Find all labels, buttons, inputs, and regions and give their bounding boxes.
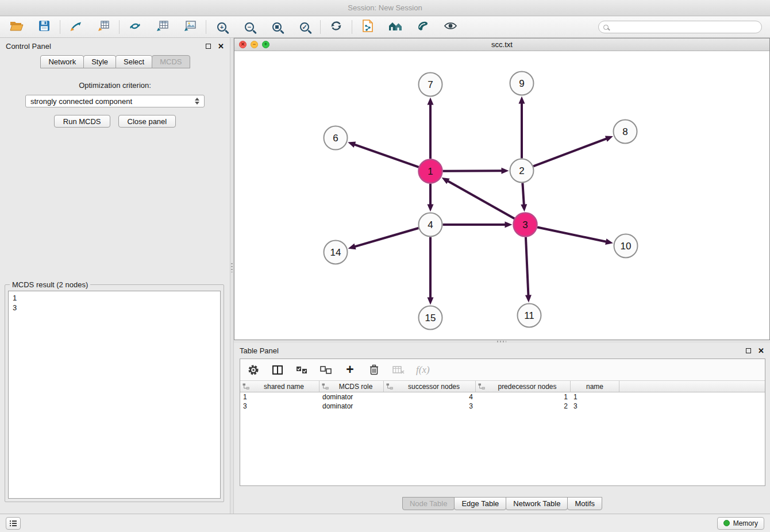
graph-edge-1-6[interactable]	[354, 144, 419, 167]
unselect-all-columns-button[interactable]	[319, 366, 332, 374]
application-window: Session: New Session	[0, 0, 770, 532]
graph-edge-3-1[interactable]	[447, 180, 514, 218]
tab-node-table[interactable]: Node Table	[402, 497, 455, 510]
import-network-button[interactable]	[67, 19, 84, 35]
graph-node-14[interactable]: 14	[324, 241, 348, 264]
search-input[interactable]	[612, 23, 757, 32]
new-network-button[interactable]	[126, 19, 144, 35]
network-graph[interactable]: 7968124314101511	[234, 51, 769, 340]
home-databases-button[interactable]	[387, 19, 404, 35]
cell-mcds-role[interactable]: dominator	[319, 392, 384, 402]
column-header-mcds-role[interactable]: MCDS role	[319, 381, 384, 392]
criterion-dropdown[interactable]: strongly connected component	[25, 95, 205, 107]
network-from-file-button[interactable]	[359, 19, 376, 35]
graph-node-9[interactable]: 9	[510, 72, 534, 95]
show-graphics-button[interactable]	[442, 19, 459, 35]
column-header-predecessor-nodes[interactable]: predecessor nodes	[476, 381, 571, 392]
run-mcds-button[interactable]: Run MCDS	[54, 115, 110, 128]
close-panel-button[interactable]: Close panel	[118, 115, 176, 128]
graph-node-8[interactable]: 8	[614, 120, 637, 144]
show-columns-button[interactable]	[271, 365, 284, 375]
vertical-splitter[interactable]	[230, 38, 234, 514]
network-canvas[interactable]: 7968124314101511	[234, 51, 769, 340]
tab-edge-table[interactable]: Edge Table	[454, 497, 506, 510]
export-image-button[interactable]	[182, 19, 199, 35]
cell-mcds-role[interactable]: dominator	[319, 402, 384, 411]
graph-arrowhead	[521, 204, 527, 211]
graph-node-6[interactable]: 6	[324, 126, 348, 150]
status-bar: Memory	[0, 514, 770, 532]
table-settings-button[interactable]	[247, 364, 260, 376]
close-table-panel-icon[interactable]: ✕	[758, 346, 764, 355]
zoom-out-button[interactable]: −	[241, 19, 258, 35]
zoom-fit-button[interactable]	[268, 19, 286, 35]
zoom-in-button[interactable]: +	[213, 19, 230, 35]
maximize-window-icon[interactable]: +	[262, 41, 270, 48]
tab-select[interactable]: Select	[116, 55, 152, 68]
cell-name[interactable]: 3	[571, 402, 619, 411]
node-table: + f(x) shared name MCDS role	[240, 358, 765, 486]
cell-predecessor-nodes[interactable]: 2	[476, 402, 571, 411]
create-column-button[interactable]: +	[344, 363, 356, 376]
graph-node-10[interactable]: 10	[614, 234, 638, 258]
zoom-selected-button[interactable]: ✓	[296, 19, 313, 35]
graph-node-11[interactable]: 11	[518, 304, 541, 327]
graph-node-15[interactable]: 15	[419, 306, 442, 330]
graph-edge-3-10[interactable]	[537, 227, 607, 242]
close-window-icon[interactable]: ✕	[239, 41, 247, 48]
graph-arrowhead	[519, 97, 525, 104]
import-table-button[interactable]	[95, 19, 112, 35]
style-button[interactable]	[414, 19, 432, 35]
column-header-successor-nodes[interactable]: successor nodes	[384, 381, 476, 392]
minimize-window-icon[interactable]: −	[251, 41, 258, 48]
table-panel-title: Table Panel	[240, 346, 279, 355]
column-header-name[interactable]: name	[571, 381, 619, 392]
cell-predecessor-nodes[interactable]: 1	[476, 392, 571, 402]
cell-shared-name[interactable]: 3	[240, 402, 319, 411]
tab-network-table[interactable]: Network Table	[506, 497, 568, 510]
float-panel-icon[interactable]	[206, 44, 211, 49]
graph-edge-1-2[interactable]	[442, 171, 502, 171]
toolbar-search[interactable]	[598, 21, 762, 33]
title-bar: Session: New Session	[0, 0, 770, 16]
dropdown-arrows-icon	[195, 98, 199, 105]
save-session-button[interactable]	[36, 19, 53, 35]
memory-button[interactable]: Memory	[717, 517, 764, 530]
export-table-button[interactable]	[154, 19, 171, 35]
status-menu-button[interactable]	[6, 517, 21, 530]
cell-successor-nodes[interactable]: 3	[384, 402, 476, 411]
mcds-result-list[interactable]: 1 3	[8, 291, 221, 499]
graph-node-7[interactable]: 7	[419, 73, 442, 97]
cell-name[interactable]: 1	[571, 392, 619, 402]
float-table-panel-icon[interactable]	[746, 348, 751, 353]
apply-layout-button[interactable]	[328, 19, 345, 35]
svg-text:4: 4	[428, 219, 433, 230]
open-session-button[interactable]	[8, 19, 25, 35]
zoom-fit-icon	[272, 22, 282, 32]
close-panel-icon[interactable]: ✕	[218, 42, 224, 51]
select-all-columns-button[interactable]	[295, 366, 308, 374]
graph-arrowhead	[501, 168, 509, 174]
tab-mcds[interactable]: MCDS	[152, 55, 190, 68]
graph-edge-3-11[interactable]	[526, 237, 529, 296]
graph-node-3[interactable]: 3	[514, 213, 537, 237]
tab-network[interactable]: Network	[40, 55, 84, 68]
column-header-shared-name[interactable]: shared name	[240, 381, 319, 392]
eye-icon	[444, 21, 457, 33]
cell-shared-name[interactable]: 1	[240, 392, 319, 402]
graph-node-2[interactable]: 2	[510, 159, 534, 183]
graph-edge-2-8[interactable]	[533, 138, 607, 167]
svg-text:9: 9	[519, 78, 524, 89]
table-row[interactable]: 1 dominator 4 1 1	[240, 392, 765, 402]
graph-node-1[interactable]: 1	[419, 160, 442, 183]
graph-node-4[interactable]: 4	[419, 213, 442, 237]
tab-style[interactable]: Style	[83, 55, 116, 68]
column-header-filler	[619, 381, 765, 392]
graph-edge-2-3[interactable]	[522, 183, 523, 205]
cell-successor-nodes[interactable]: 4	[384, 392, 476, 402]
toolbar-separator	[320, 20, 321, 34]
graph-edge-4-14[interactable]	[354, 228, 418, 247]
tab-motifs[interactable]: Motifs	[567, 497, 602, 510]
delete-column-button[interactable]	[368, 364, 380, 375]
table-row[interactable]: 3 dominator 3 2 3	[240, 402, 765, 411]
